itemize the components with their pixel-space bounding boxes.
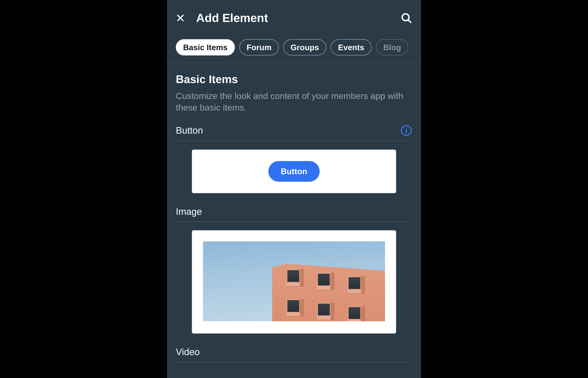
item-header: Button [176,124,412,141]
button-preview-card[interactable]: Button [192,149,396,193]
close-icon [176,14,185,23]
element-item-button: Button Button [176,124,412,193]
tab-groups[interactable]: Groups [283,39,326,55]
window [347,306,365,321]
tab-events[interactable]: Events [331,39,372,55]
window [317,302,334,320]
info-icon [401,124,412,136]
tabs: Basic Items Forum Groups Events Blog [167,32,421,63]
content: Basic Items Customize the look and conte… [167,63,421,362]
window [286,269,304,287]
tab-basic-items[interactable]: Basic Items [176,39,235,55]
page-title: Add Element [196,11,389,25]
item-label-image: Image [176,206,202,217]
item-label-video: Video [176,347,200,357]
building-illustration [272,264,385,321]
item-header: Video [176,347,412,362]
search-icon [401,12,412,24]
image-placeholder [203,241,385,321]
svg-point-5 [406,128,407,129]
sample-button: Button [268,161,319,182]
svg-line-3 [408,20,411,22]
window [347,276,365,294]
section-title: Basic Items [176,73,412,86]
app-frame: Add Element Basic Items Forum Groups Eve… [167,0,421,378]
window [317,272,334,290]
item-header: Image [176,206,412,222]
header: Add Element [167,0,421,32]
element-item-image: Image [176,206,412,334]
tab-blog[interactable]: Blog [376,39,408,55]
item-label-button: Button [176,125,203,136]
window [286,299,304,317]
close-button[interactable] [176,14,185,23]
search-button[interactable] [401,12,412,24]
section-description: Customize the look and content of your m… [176,90,412,113]
element-item-video: Video [176,347,412,362]
info-button[interactable] [401,124,412,136]
image-preview-card[interactable] [192,230,396,334]
tab-forum[interactable]: Forum [239,39,279,55]
